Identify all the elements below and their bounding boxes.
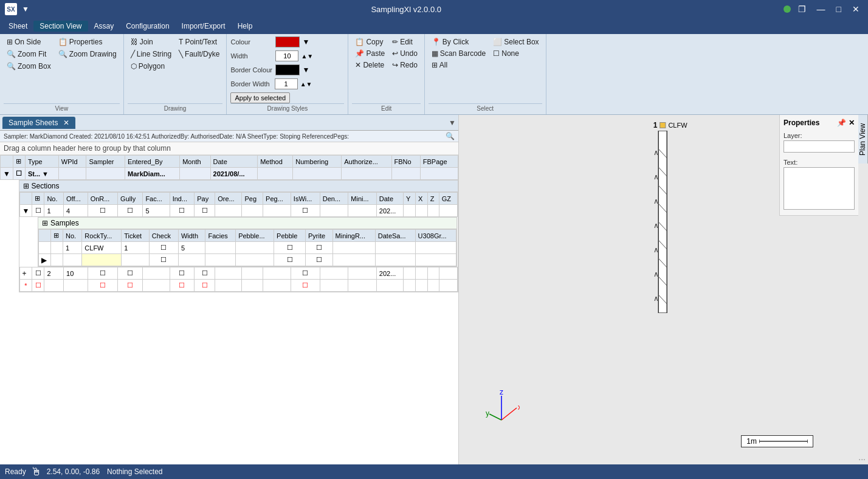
none-button[interactable]: ☐ None [490,48,542,59]
viz-area[interactable]: Properties 📌 ✕ Layer: Text: Plan View 1 … [459,115,868,464]
smp-th-rocktype[interactable]: RockTy... [82,230,122,242]
sec-iswi-2[interactable]: ☐ [291,267,320,280]
border-colour-picker[interactable] [275,64,300,75]
width-input[interactable] [275,50,298,61]
scan-barcode-button[interactable]: ▦ Scan Barcode [429,48,489,59]
sec-expand-icon-2[interactable]: + [22,269,27,278]
smp-new-check[interactable] [51,254,63,266]
smp-check2-1[interactable]: ☐ [149,242,178,254]
smp-th-pyrite[interactable]: Pyrite [305,230,332,242]
sample-sheets-tab[interactable]: Sample Sheets ✕ [2,117,75,129]
undo-button[interactable]: ↩ Undo [389,48,421,59]
sec-th-peg2[interactable]: Peg... [263,193,291,205]
sec-pay-1[interactable]: ☐ [195,205,215,217]
sample-new-row[interactable]: ▶ ☐ [39,254,456,266]
sec-th-date[interactable]: Date [376,193,403,205]
zoom-fit-button[interactable]: 🔍 Zoom Fit [4,49,54,60]
menu-configuration[interactable]: Configuration [120,21,175,32]
asterisk-onr[interactable]: ☐ [88,280,117,292]
sec-expand-2[interactable]: + [19,267,32,280]
sec-onr-2[interactable]: ☐ [88,267,117,280]
copy-button[interactable]: 📋 Copy [352,36,388,47]
menu-import-export[interactable]: Import/Export [176,21,232,32]
asterisk-check[interactable]: ☐ [32,280,44,292]
smp-th-datesa[interactable]: DateSa... [375,230,415,242]
sec-th-iswi[interactable]: IsWi... [291,193,320,205]
expand-icon[interactable]: ▼ [3,170,10,178]
text-textarea[interactable] [784,167,855,210]
width-spinner[interactable]: ▲▼ [301,53,313,60]
sec-expand-1[interactable]: ▼ [19,205,32,217]
th-fbno[interactable]: FBNo [391,156,420,168]
select-box-button[interactable]: ⬜ Select Box [490,36,542,47]
sec-th-x[interactable]: X [415,193,427,205]
pin-icon[interactable]: 📌 [837,119,846,127]
section-row-1[interactable]: ▼ ☐ 1 4 ☐ ☐ 5 ☐ ☐ [19,205,457,217]
zoom-drawing-button[interactable]: 🔍 Zoom Drawing [55,49,120,60]
point-text-button[interactable]: T Point/Text [176,36,222,47]
smp-pebble2-1[interactable]: ☐ [274,242,306,254]
th-date[interactable]: Date [210,156,258,168]
on-side-button[interactable]: ⊞ On Side [4,36,54,47]
asterisk-pay[interactable]: ☐ [195,280,215,292]
fault-dyke-button[interactable]: ╲ Fault/Dyke [176,49,222,60]
grid-area[interactable]: ⊞ Type WPId Sampler Entered_By Month Dat… [0,155,458,464]
th-authorize[interactable]: Authorize... [342,156,391,168]
apply-to-selected-button[interactable]: Apply to selected [230,92,290,103]
properties-button[interactable]: 📋 Properties [55,36,120,47]
sec-expand-icon-1[interactable]: ▼ [22,207,30,215]
th-entered-by[interactable]: Entered_By [125,156,180,168]
sec-th-ind[interactable]: Ind... [170,193,195,205]
smp-th-pebble1[interactable]: Pebble... [236,230,274,242]
smp-new-rocktype[interactable] [82,254,122,266]
sec-th-fac[interactable]: Fac... [143,193,170,205]
tab-close-button[interactable]: ✕ [63,119,69,127]
sec-th-gz[interactable]: GZ [439,193,457,205]
colour-dropdown-icon[interactable]: ▼ [302,38,309,46]
colour-picker[interactable] [275,36,300,47]
smp-th-ticket[interactable]: Ticket [122,230,150,242]
props-close-icon[interactable]: ✕ [849,119,855,127]
sec-th-y[interactable]: Y [404,193,416,205]
th-sampler[interactable]: Sampler [86,156,125,168]
sec-th-mini[interactable]: Mini... [348,193,376,205]
menu-section-view[interactable]: Section View [33,21,88,32]
smp-th-facies[interactable]: Facies [205,230,236,242]
sec-th-pay[interactable]: Pay [195,193,215,205]
tab-dropdown-arrow[interactable]: ▼ [449,119,456,127]
close-button[interactable]: ✕ [849,3,863,15]
smp-th-miningr[interactable]: MiningR... [332,230,375,242]
menu-help[interactable]: Help [232,21,259,32]
expand-cell[interactable]: ▼ [1,168,13,180]
asterisk-iswi[interactable]: ☐ [291,280,320,292]
th-numbering[interactable]: Numbering [293,156,342,168]
resize-handle[interactable]: ... [858,452,866,462]
section-row-2[interactable]: + ☐ 2 10 ☐ ☐ ☐ ☐ [19,267,457,280]
restore-button[interactable]: ❐ [794,3,810,15]
zoom-box-button[interactable]: 🔍 Zoom Box [4,61,54,72]
by-click-button[interactable]: 📍 By Click [429,36,489,47]
smp-new-expand[interactable]: ▶ [39,254,51,266]
asterisk-ind[interactable]: ☐ [170,280,195,292]
check-cell[interactable]: ☐ [13,168,25,180]
paste-button[interactable]: 📌 Paste [352,48,388,59]
menu-sheet[interactable]: Sheet [2,21,33,32]
smp-th-width[interactable]: Width [178,230,205,242]
border-colour-dropdown-icon[interactable]: ▼ [302,66,309,74]
smp-check-1[interactable] [51,242,63,254]
sec-th-peg[interactable]: Peg [242,193,263,205]
polygon-button[interactable]: ⬡ Polygon [128,61,174,72]
th-month[interactable]: Month [180,156,210,168]
new-asterisk-row[interactable]: * ☐ ☐ ☐ ☐ ☐ [19,280,457,292]
asterisk-gully[interactable]: ☐ [118,280,143,292]
line-string-button[interactable]: ╱ Line String [128,49,174,60]
type-cell[interactable]: St... ▼ [25,168,58,180]
sec-check-2[interactable]: ☐ [32,267,44,280]
smp-th-u308[interactable]: U308Gr... [415,230,456,242]
join-button[interactable]: ⛓ Join [128,36,174,47]
search-icon[interactable]: 🔍 [446,132,455,140]
smp-new-pyrite[interactable]: ☐ [305,254,332,266]
smp-new-arrow[interactable]: ▶ [41,256,47,264]
sec-th-onr[interactable]: OnR... [88,193,117,205]
th-method[interactable]: Method [258,156,293,168]
